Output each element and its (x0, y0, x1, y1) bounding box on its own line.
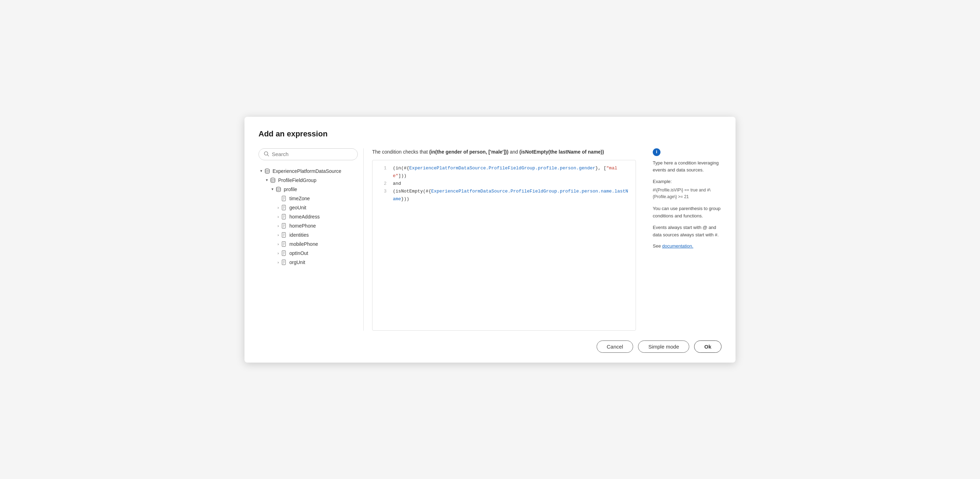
info-note1: You can use parenthesis to group conditi… (653, 205, 722, 220)
tree-item-fieldgroup[interactable]: ▾ ProfileFieldGroup (258, 176, 358, 185)
caret-homephone: › (275, 223, 281, 229)
tree-item-optinout[interactable]: › optInOut (258, 248, 358, 258)
ok-button[interactable]: Ok (694, 341, 722, 353)
file-icon-orgunit (281, 259, 287, 266)
file-icon-timezone (281, 195, 287, 202)
caret-mobilephone: › (275, 241, 281, 247)
label-timezone: timeZone (290, 196, 310, 201)
caret-orgunit: › (275, 259, 281, 265)
file-icon-homephone (281, 223, 287, 229)
caret-profile: ▾ (270, 186, 275, 192)
tree-item-datasource[interactable]: ▾ ExperiencePlatformDataSource (258, 167, 358, 176)
file-icon-optinout (281, 250, 287, 256)
svg-line-1 (267, 154, 269, 156)
info-doc-link[interactable]: documentation. (662, 243, 694, 248)
info-example: #\{Profile.isVIP\} == true and #\{Profil… (653, 187, 722, 200)
line-num-1: 1 (378, 164, 387, 172)
label-identities: identities (290, 232, 309, 238)
svg-point-2 (265, 169, 269, 170)
info-icon: i (653, 148, 660, 156)
dialog-body: ▾ ExperiencePlatformDataSource ▾ (258, 148, 722, 331)
condition-part1: (in(the gender of person, ['male'])) (429, 149, 509, 154)
dialog-footer: Cancel Simple mode Ok (258, 341, 722, 353)
file-icon-geounit (281, 204, 287, 211)
label-datasource: ExperiencePlatformDataSource (272, 168, 341, 174)
tree-item-mobilephone[interactable]: › mobilePhone (258, 240, 358, 248)
condition-conjunction: and (509, 149, 519, 154)
file-icon-identities (281, 232, 287, 238)
label-optinout: optInOut (290, 250, 308, 256)
condition-part2: (isNotEmpty(the lastName of name)) (519, 149, 604, 154)
label-fieldgroup: ProfileFieldGroup (278, 177, 317, 183)
search-box[interactable] (258, 148, 358, 160)
simple-mode-button[interactable]: Simple mode (638, 341, 689, 353)
left-panel: ▾ ExperiencePlatformDataSource ▾ (258, 148, 364, 331)
tree-item-homeaddress[interactable]: › homeAddress (258, 212, 358, 221)
code-line-2: 2 and (372, 180, 636, 188)
code-content-1: (in(#{ExperiencePlatformDataSource.Profi… (393, 164, 630, 180)
label-homephone: homePhone (290, 223, 316, 229)
dialog-title: Add an expression (258, 129, 722, 138)
condition-prefix: The condition checks that (372, 149, 429, 154)
tree-item-homephone[interactable]: › homePhone (258, 221, 358, 231)
code-editor[interactable]: 1 (in(#{ExperiencePlatformDataSource.Pro… (372, 160, 636, 331)
db-icon-datasource (264, 168, 270, 174)
svg-point-3 (271, 178, 275, 180)
code-content-2: and (393, 180, 630, 188)
info-see: See documentation. (653, 243, 722, 250)
search-input[interactable] (272, 151, 353, 157)
info-example-label: Example: (653, 178, 722, 186)
line-num-3: 3 (378, 188, 387, 195)
middle-panel: The condition checks that (in(the gender… (364, 148, 644, 331)
caret-homeaddress: › (275, 214, 281, 220)
caret-geounit: › (275, 205, 281, 210)
label-homeaddress: homeAddress (290, 214, 320, 220)
file-icon-homeaddress (281, 213, 287, 220)
tree-item-timezone[interactable]: ▾ timeZone (258, 194, 358, 203)
search-icon (264, 151, 269, 158)
cancel-button[interactable]: Cancel (597, 341, 633, 353)
caret-identities: › (275, 232, 281, 238)
code-line-1: 1 (in(#{ExperiencePlatformDataSource.Pro… (372, 164, 636, 180)
info-text: Type here a condition leveraging events … (653, 159, 722, 174)
caret-fieldgroup: ▾ (264, 177, 270, 183)
condition-description: The condition checks that (in(the gender… (372, 148, 636, 156)
label-profile: profile (284, 186, 297, 192)
add-expression-dialog: Add an expression ▾ (245, 117, 735, 363)
info-note2: Events always start with @ and data sour… (653, 224, 722, 239)
file-icon-mobilephone (281, 241, 287, 247)
caret-optinout: › (275, 250, 281, 256)
tree-item-profile[interactable]: ▾ profile (258, 185, 358, 194)
tree-item-identities[interactable]: › identities (258, 231, 358, 240)
line-num-2: 2 (378, 180, 387, 188)
db-icon-profile (275, 186, 282, 193)
label-mobilephone: mobilePhone (290, 241, 318, 247)
label-geounit: geoUnit (290, 205, 306, 210)
tree: ▾ ExperiencePlatformDataSource ▾ (258, 167, 358, 267)
tree-item-geounit[interactable]: › geoUnit (258, 203, 358, 212)
caret-datasource: ▾ (258, 168, 264, 174)
code-content-3: (isNotEmpty(#{ExperiencePlatformDataSour… (393, 188, 630, 203)
code-line-3: 3 (isNotEmpty(#{ExperiencePlatformDataSo… (372, 188, 636, 203)
db-icon-fieldgroup (270, 177, 276, 183)
tree-item-orgunit[interactable]: › orgUnit (258, 258, 358, 267)
right-panel: i Type here a condition leveraging event… (644, 148, 722, 331)
label-orgunit: orgUnit (290, 259, 305, 265)
svg-point-4 (277, 187, 281, 189)
